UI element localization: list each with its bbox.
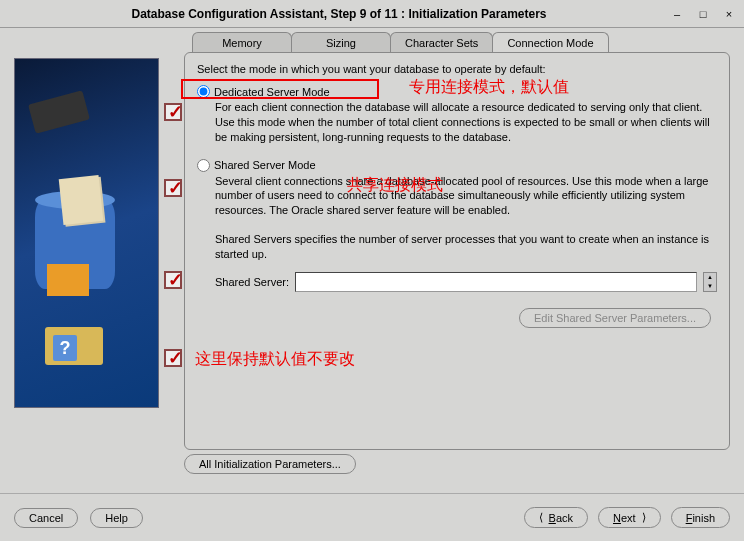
shared-radio[interactable] [197,159,210,172]
edit-shared-params-button[interactable]: Edit Shared Server Parameters... [519,308,711,328]
tab-connection-mode[interactable]: Connection Mode [492,32,608,53]
help-button[interactable]: Help [90,508,143,528]
annotation-bottom: 这里保持默认值不要改 [195,349,355,370]
cancel-button[interactable]: Cancel [14,508,78,528]
maximize-icon[interactable]: □ [696,7,710,21]
all-init-params-button[interactable]: All Initialization Parameters... [184,454,356,474]
finish-button[interactable]: Finish [671,507,730,528]
wizard-sidebar [0,28,170,490]
back-icon: ⟨ [539,511,543,524]
shared-server-label: Shared Server: [215,276,289,288]
shared-servers-note: Shared Servers specifies the number of s… [215,232,717,262]
title-bar: Database Configuration Assistant, Step 9… [0,0,744,28]
window-title: Database Configuration Assistant, Step 9… [8,7,670,21]
wizard-footer: Cancel Help ⟨ BBackack Next ⟩ Finish [0,493,744,541]
minimize-icon[interactable]: – [670,7,684,21]
tab-sizing[interactable]: Sizing [291,32,391,53]
wizard-illustration [14,58,159,408]
tab-memory[interactable]: Memory [192,32,292,53]
back-button[interactable]: ⟨ BBackack [524,507,588,528]
next-icon: ⟩ [642,511,646,524]
shared-label: Shared Server Mode [214,159,316,171]
tab-strip: Memory Sizing Character Sets Connection … [192,32,730,53]
shared-description: Several client connections share a datab… [215,174,717,219]
close-icon[interactable]: × [722,7,736,21]
window-controls: – □ × [670,7,736,21]
annotation-dedicated: 专用连接模式，默认值 [409,77,569,98]
shared-server-spinner[interactable]: ▲▼ [703,272,717,292]
tab-character-sets[interactable]: Character Sets [390,32,493,53]
connection-mode-panel: Select the mode in which you want your d… [184,52,730,450]
shared-server-input[interactable] [295,272,697,292]
dedicated-description: For each client connection the database … [215,100,717,145]
shared-radio-row[interactable]: Shared Server Mode [197,159,717,172]
annotation-box [181,79,379,99]
next-button[interactable]: Next ⟩ [598,507,661,528]
mode-instruction: Select the mode in which you want your d… [197,63,717,75]
annotation-shared: 共享连接模式 [347,175,443,196]
